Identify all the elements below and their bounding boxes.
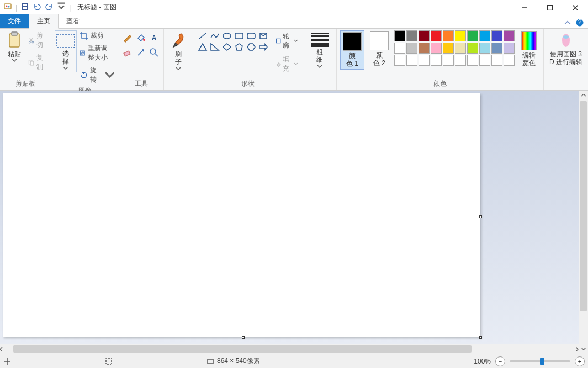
- paint3d-button[interactable]: 使用画图 3 D 进行编辑: [547, 30, 585, 67]
- color-swatch[interactable]: [504, 30, 515, 41]
- redo-icon[interactable]: [45, 2, 54, 13]
- color-swatch[interactable]: [394, 43, 405, 54]
- help-icon[interactable]: ?: [576, 19, 584, 28]
- close-button[interactable]: [563, 0, 588, 15]
- shape-outline-button[interactable]: 轮廓: [274, 30, 299, 51]
- color-swatch[interactable]: [406, 55, 417, 66]
- horizontal-scrollbar[interactable]: [0, 344, 579, 354]
- drawing-canvas[interactable]: [3, 93, 480, 337]
- pencil-tool[interactable]: [123, 33, 133, 44]
- edit-colors-button[interactable]: 编辑 颜色: [518, 30, 540, 69]
- color-swatch[interactable]: [394, 30, 405, 41]
- group-label-shapes: 形状: [241, 78, 255, 90]
- svg-rect-0: [4, 4, 11, 9]
- color-swatch[interactable]: [504, 43, 515, 54]
- group-brushes: 刷 子: [164, 29, 193, 90]
- minimize-button[interactable]: [512, 0, 537, 15]
- color-swatch[interactable]: [504, 55, 515, 66]
- svg-rect-25: [276, 39, 280, 43]
- group-paint3d: 使用画图 3 D 进行编辑: [544, 29, 588, 90]
- shape-fill-button[interactable]: 填充: [274, 54, 299, 75]
- svg-point-2: [8, 6, 10, 8]
- svg-text:?: ?: [578, 19, 582, 26]
- svg-rect-6: [548, 5, 553, 10]
- zoom-slider[interactable]: [510, 360, 570, 362]
- eraser-tool[interactable]: [123, 48, 133, 59]
- maximize-button[interactable]: [537, 0, 563, 15]
- zoom-level: 100%: [474, 358, 491, 365]
- color-swatch[interactable]: [479, 55, 490, 66]
- canvas-size: 864 × 540像素: [206, 356, 300, 366]
- svg-point-12: [32, 41, 34, 43]
- color-swatch[interactable]: [431, 30, 442, 41]
- color-swatch[interactable]: [491, 43, 502, 54]
- color-swatch[interactable]: [443, 43, 454, 54]
- svg-rect-10: [12, 32, 17, 35]
- color-swatch[interactable]: [419, 43, 430, 54]
- shapes-gallery[interactable]: [197, 30, 271, 54]
- color-swatch[interactable]: [455, 55, 466, 66]
- cut-button[interactable]: 剪切: [27, 30, 47, 50]
- color-swatch[interactable]: [419, 55, 430, 66]
- paste-button[interactable]: 粘贴: [3, 30, 25, 63]
- group-size: 粗 细: [303, 29, 337, 90]
- color-swatch[interactable]: [431, 55, 442, 66]
- resize-button[interactable]: 重新调整大小: [78, 43, 115, 63]
- qat-dropdown-icon[interactable]: [57, 2, 66, 13]
- color-swatch[interactable]: [443, 55, 454, 66]
- color-swatch[interactable]: [406, 30, 417, 41]
- color1-button[interactable]: 颜 色 1: [340, 30, 364, 70]
- undo-icon[interactable]: [33, 2, 41, 13]
- app-icon: [3, 2, 12, 13]
- collapse-ribbon-icon[interactable]: [564, 19, 571, 28]
- size-button[interactable]: 粗 细: [306, 30, 333, 69]
- svg-rect-4: [23, 7, 27, 9]
- svg-point-11: [29, 41, 30, 43]
- text-tool[interactable]: A: [149, 33, 159, 44]
- color-palette[interactable]: [394, 30, 515, 66]
- svg-rect-19: [124, 51, 130, 56]
- svg-point-17: [143, 39, 145, 41]
- select-button[interactable]: 选 择: [55, 30, 77, 72]
- canvas-workspace: [0, 91, 588, 354]
- tab-file[interactable]: 文件: [0, 14, 29, 28]
- group-shapes: 轮廓 填充 形状: [193, 29, 303, 90]
- color-swatch[interactable]: [455, 30, 466, 41]
- zoom-out-button[interactable]: −: [495, 356, 505, 366]
- color2-button[interactable]: 颜 色 2: [368, 30, 391, 69]
- brushes-button[interactable]: 刷 子: [167, 30, 189, 71]
- save-icon[interactable]: [20, 2, 29, 13]
- rotate-button[interactable]: 旋转: [78, 65, 115, 85]
- window-title: 无标题 - 画图: [77, 3, 116, 12]
- color-swatch[interactable]: [467, 43, 478, 54]
- copy-button[interactable]: 复制: [27, 52, 47, 72]
- group-label-clipboard: 剪贴板: [15, 78, 35, 90]
- color-swatch[interactable]: [491, 30, 502, 41]
- color-swatch[interactable]: [455, 43, 466, 54]
- zoom-in-button[interactable]: +: [575, 356, 585, 366]
- zoom-tool[interactable]: [149, 48, 159, 59]
- color-swatch[interactable]: [491, 55, 502, 66]
- svg-point-22: [223, 33, 231, 39]
- color-swatch[interactable]: [467, 55, 478, 66]
- svg-rect-24: [247, 33, 255, 39]
- svg-point-20: [142, 49, 144, 51]
- vertical-scrollbar[interactable]: [579, 91, 588, 354]
- color-swatch[interactable]: [394, 55, 405, 66]
- group-image: 选 择 裁剪 重新调整大小 旋转 图像: [51, 29, 119, 90]
- group-tools: A 工具: [119, 29, 164, 90]
- crop-button[interactable]: 裁剪: [78, 30, 115, 41]
- tab-view[interactable]: 查看: [59, 14, 87, 28]
- color-swatch[interactable]: [479, 43, 490, 54]
- color-swatch[interactable]: [467, 30, 478, 41]
- color-swatch[interactable]: [419, 30, 430, 41]
- picker-tool[interactable]: [136, 48, 146, 59]
- svg-rect-28: [208, 359, 213, 364]
- color-swatch[interactable]: [431, 43, 442, 54]
- color-swatch[interactable]: [443, 30, 454, 41]
- color-swatch[interactable]: [406, 43, 417, 54]
- tab-home[interactable]: 主页: [29, 14, 59, 29]
- color-swatch[interactable]: [479, 30, 490, 41]
- group-colors: 颜 色 1 颜 色 2 编辑 颜色 颜色: [337, 29, 544, 90]
- bucket-tool[interactable]: [136, 33, 146, 44]
